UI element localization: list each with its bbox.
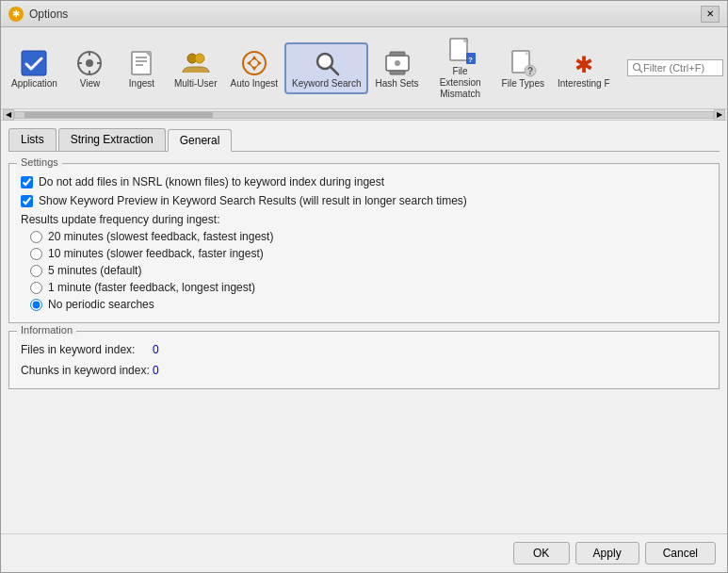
toolbar-autoingest[interactable]: Auto Ingest <box>223 43 284 93</box>
window-title: Options <box>29 8 695 21</box>
radio-1min-label: 1 minute (faster feedback, longest inges… <box>48 281 255 294</box>
toolbar-interesting[interactable]: ✱ Interesting F <box>551 43 617 93</box>
radio-row-10min: 10 minutes (slower feedback, faster inge… <box>21 247 707 260</box>
filter-search-icon <box>632 62 643 74</box>
options-window: ✱ Options ✕ Application <box>0 0 728 573</box>
ingest-icon <box>126 48 156 78</box>
radio-5min-label: 5 minutes (default) <box>48 264 141 277</box>
multiuser-icon <box>181 48 211 78</box>
radio-row-noperiodic: No periodic searches <box>21 298 707 311</box>
toolbar-multiuser-label: Multi-User <box>174 78 218 89</box>
toolbar-interesting-label: Interesting F <box>558 78 610 89</box>
toolbar-ingest[interactable]: Ingest <box>116 43 168 93</box>
interesting-icon: ✱ <box>569 48 599 78</box>
toolbar-application-label: Application <box>11 78 57 89</box>
view-icon <box>74 48 105 78</box>
files-value: 0 <box>153 343 159 356</box>
hashsets-icon <box>382 48 413 78</box>
svg-line-16 <box>331 67 338 74</box>
radio-5min[interactable] <box>30 265 42 277</box>
toolbar-filetypes[interactable]: ? File Types <box>495 43 551 93</box>
nsrl-checkbox[interactable] <box>21 176 33 188</box>
filter-input[interactable] <box>643 62 719 74</box>
svg-rect-19 <box>390 71 405 74</box>
radio-10min[interactable] <box>30 248 42 260</box>
toolbar-keywordsearch[interactable]: Keyword Search <box>284 42 368 94</box>
app-icon: ✱ <box>8 7 24 22</box>
toolbar-autoingest-label: Auto Ingest <box>230 78 278 89</box>
toolbar-filetypes-label: File Types <box>502 78 544 89</box>
radio-group-label: Results update frequency during ingest: <box>21 213 707 226</box>
svg-point-2 <box>86 59 93 67</box>
toolbar-fileextension[interactable]: ? File Extension Mismatch <box>426 31 495 105</box>
toolbar-scrollbar: ◀ ▶ <box>1 109 727 121</box>
svg-text:?: ? <box>468 56 473 64</box>
svg-rect-7 <box>132 52 151 74</box>
toolbar-hashsets[interactable]: Hash Sets <box>368 43 425 93</box>
radio-10min-label: 10 minutes (slower feedback, faster inge… <box>48 247 264 260</box>
content-area: Lists String Extraction General Settings… <box>1 121 727 533</box>
radio-20min[interactable] <box>30 231 42 243</box>
radio-row-5min: 5 minutes (default) <box>21 264 707 277</box>
filter-search-box[interactable] <box>627 59 723 76</box>
checkbox-row-1: Do not add files in NSRL (known files) t… <box>21 175 707 188</box>
fileextension-icon: ? <box>445 36 476 66</box>
tab-general[interactable]: General <box>168 129 233 152</box>
information-section: Information Files in keyword index: 0 Ch… <box>8 331 720 389</box>
toolbar-keywordsearch-label: Keyword Search <box>292 78 361 89</box>
tab-lists[interactable]: Lists <box>8 128 57 151</box>
title-bar: ✱ Options ✕ <box>1 1 727 27</box>
close-button[interactable]: ✕ <box>701 6 720 23</box>
svg-point-13 <box>195 54 204 63</box>
settings-content: Do not add files in NSRL (known files) t… <box>21 175 707 311</box>
radio-20min-label: 20 minutes (slowest feedback, fastest in… <box>48 230 273 243</box>
chunks-key: Chunks in keyword index: <box>21 364 153 377</box>
toolbar-application[interactable]: Application <box>5 43 64 93</box>
toolbar-view[interactable]: View <box>64 43 116 93</box>
information-section-label: Information <box>17 324 76 336</box>
toolbar-view-label: View <box>80 78 101 89</box>
svg-point-14 <box>243 52 266 74</box>
scrollbar-thumb[interactable] <box>24 112 213 118</box>
svg-point-31 <box>634 64 640 71</box>
footer: OK Apply Cancel <box>1 533 727 572</box>
nsrl-label: Do not add files in NSRL (known files) t… <box>39 175 384 188</box>
keyword-preview-checkbox[interactable] <box>21 195 33 207</box>
apply-button[interactable]: Apply <box>575 542 639 565</box>
ok-button[interactable]: OK <box>513 542 570 565</box>
info-row-chunks: Chunks in keyword index: 0 <box>21 360 707 377</box>
info-row-files: Files in keyword index: 0 <box>21 339 707 356</box>
toolbar-fileextension-label: File Extension Mismatch <box>432 66 489 100</box>
radio-1min[interactable] <box>30 282 42 294</box>
cancel-button[interactable]: Cancel <box>645 542 716 565</box>
scrollbar-track[interactable] <box>14 111 714 119</box>
autoingest-icon <box>239 48 269 78</box>
settings-section-label: Settings <box>17 156 62 168</box>
svg-rect-18 <box>390 52 405 56</box>
toolbar-ingest-label: Ingest <box>129 78 154 89</box>
radio-noperiodic-label: No periodic searches <box>48 298 154 311</box>
scroll-left-button[interactable]: ◀ <box>3 109 14 121</box>
keyword-icon <box>312 48 342 78</box>
radio-noperiodic[interactable] <box>30 299 42 311</box>
toolbar-items: Application View <box>5 31 623 105</box>
filetypes-icon: ? <box>508 48 538 78</box>
svg-point-20 <box>395 60 400 66</box>
keyword-preview-label: Show Keyword Preview in Keyword Search R… <box>39 194 467 207</box>
toolbar-multiuser[interactable]: Multi-User <box>168 43 224 93</box>
tab-bar: Lists String Extraction General <box>8 128 720 152</box>
checkbox-row-2: Show Keyword Preview in Keyword Search R… <box>21 194 707 207</box>
title-bar-controls: ✕ <box>701 6 720 23</box>
svg-text:✱: ✱ <box>574 52 593 77</box>
radio-row-20min: 20 minutes (slowest feedback, fastest in… <box>21 230 707 243</box>
tab-string-extraction[interactable]: String Extraction <box>58 128 166 151</box>
svg-line-32 <box>639 70 643 74</box>
toolbar-hashsets-label: Hash Sets <box>375 78 418 89</box>
application-icon <box>19 48 49 78</box>
files-key: Files in keyword index: <box>21 343 153 356</box>
toolbar: Application View <box>1 27 727 109</box>
svg-text:?: ? <box>527 66 533 76</box>
scroll-right-button[interactable]: ▶ <box>714 109 725 121</box>
radio-row-1min: 1 minute (faster feedback, longest inges… <box>21 281 707 294</box>
settings-section: Settings Do not add files in NSRL (known… <box>8 163 720 323</box>
